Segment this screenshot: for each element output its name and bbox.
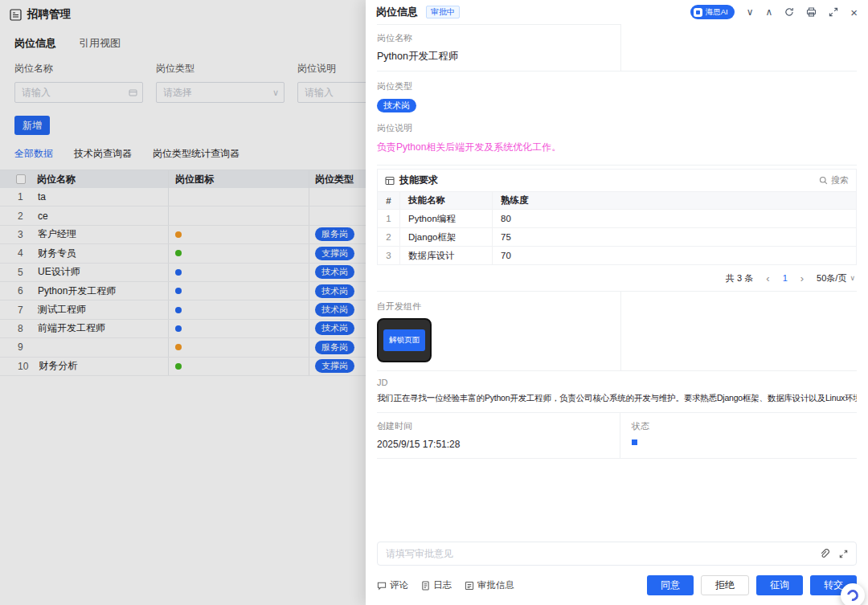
approval-action-button[interactable]: 拒绝 [701, 575, 749, 595]
table-grid-icon [385, 176, 395, 186]
skill-name: 数据库设计 [400, 247, 493, 264]
skill-level: 80 [493, 214, 856, 223]
skills-header-row: # 技能名称 熟练度 [378, 191, 856, 209]
skills-header: 技能要求 搜索 [378, 170, 856, 191]
approval-info-link[interactable]: 审批信息 [465, 579, 514, 591]
field-jd: JD 我们正在寻找一位经验丰富的Python开发工程师，负责公司核心系统的开发与… [377, 371, 857, 413]
drawer-body: 岗位名称 Python开发工程师 岗位类型 技术岗 岗位说明 负责Python相… [366, 24, 868, 542]
comment-bubble-icon [377, 581, 387, 591]
skill-row[interactable]: 2 Django框架 75 [378, 227, 856, 246]
field-created-time: 创建时间 2025/9/15 17:51:28 [377, 413, 620, 458]
ai-logo-icon [694, 8, 702, 17]
current-page[interactable]: 1 [783, 273, 788, 283]
skills-title: 技能要求 [399, 174, 438, 187]
fullscreen-icon[interactable] [829, 7, 838, 17]
skill-index: 3 [378, 247, 400, 264]
drawer-toolbar: 海思AI ∨ ∧ × [690, 5, 858, 19]
approval-actions: 同意拒绝征询转交 [647, 575, 857, 595]
approval-comment-input[interactable] [386, 548, 809, 559]
position-detail-drawer: 岗位信息 审批中 海思AI ∨ ∧ × [366, 0, 868, 605]
prev-page-button[interactable]: ‹ [766, 272, 769, 284]
skill-index: 1 [378, 210, 400, 227]
expand-input-icon[interactable] [839, 550, 848, 558]
skills-pagination: 共 3 条 ‹ 1 › 50条/页 ∨ [377, 265, 857, 292]
drawer-footer: 评论 日志 审批信息 同意拒绝征询转交 [366, 570, 868, 605]
drawer-header: 岗位信息 审批中 海思AI ∨ ∧ × [366, 0, 868, 24]
page-size-select[interactable]: 50条/页 ∨ [817, 272, 855, 284]
status-badge: 审批中 [426, 6, 460, 18]
chevron-down-icon: ∨ [850, 274, 855, 282]
attachment-icon[interactable] [819, 549, 829, 559]
close-icon[interactable]: × [850, 6, 858, 18]
field-label: 岗位说明 [377, 122, 857, 134]
approval-comment-box[interactable] [377, 542, 857, 566]
field-position-desc: 岗位说明 负责Python相关后端开发及系统优化工作。 [377, 121, 857, 166]
comments-link[interactable]: 评论 [377, 579, 408, 591]
field-value: 我们正在寻找一位经验丰富的Python开发工程师，负责公司核心系统的开发与维护。… [377, 393, 857, 404]
field-label: 状态 [632, 420, 649, 432]
skill-level: 70 [493, 251, 856, 260]
skills-search[interactable]: 搜索 [819, 174, 849, 186]
col-skill-name: 技能名称 [400, 192, 493, 209]
footer-links: 评论 日志 审批信息 [377, 579, 514, 591]
field-label: JD [377, 378, 857, 387]
skill-name: Django框架 [400, 228, 493, 246]
field-custom-component: 自开发组件 解锁页面 [377, 292, 857, 371]
skills-card: 技能要求 搜索 # 技能名称 熟练度 [377, 169, 857, 265]
skills-table: # 技能名称 熟练度 1 Python编程 80 [378, 191, 856, 264]
position-type-badge: 技术岗 [377, 99, 416, 112]
page-size-value: 50条/页 [817, 272, 846, 284]
skill-level: 75 [493, 232, 856, 242]
print-icon[interactable] [806, 7, 817, 17]
log-document-icon [421, 581, 430, 591]
chevron-down-icon[interactable]: ∨ [747, 7, 754, 17]
assistant-logo-icon [845, 587, 860, 603]
refresh-icon[interactable] [784, 7, 794, 17]
status-indicator [632, 439, 637, 445]
field-value: 2025/9/15 17:51:28 [377, 439, 620, 450]
field-position-name: 岗位名称 Python开发工程师 [377, 24, 857, 72]
skills-body: 1 Python编程 80 2 Django框架 75 [378, 209, 856, 264]
pagination-total: 共 3 条 [726, 272, 753, 284]
approval-list-icon [465, 581, 474, 591]
logs-label: 日志 [433, 579, 452, 591]
field-value: 负责Python相关后端开发及系统优化工作。 [377, 141, 857, 154]
field-label: 岗位类型 [377, 80, 857, 92]
skill-name: Python编程 [400, 210, 493, 227]
skill-row[interactable]: 3 数据库设计 70 [378, 246, 856, 264]
field-status: 状态 [620, 413, 649, 458]
field-label: 自开发组件 [377, 300, 857, 313]
next-page-button[interactable]: › [800, 272, 804, 284]
field-label: 创建时间 [377, 420, 620, 432]
search-label: 搜索 [831, 174, 849, 186]
chevron-up-icon[interactable]: ∧ [765, 7, 772, 17]
skill-index: 2 [378, 228, 400, 246]
approval-action-button[interactable]: 同意 [647, 575, 694, 595]
drawer-backdrop[interactable] [0, 0, 366, 605]
approval-action-button[interactable]: 征询 [756, 575, 803, 595]
col-index: # [378, 192, 400, 209]
unlock-page-button[interactable]: 解锁页面 [383, 329, 425, 351]
approval-info-label: 审批信息 [477, 579, 514, 591]
field-label: 岗位名称 [377, 32, 857, 44]
screen: 招聘管理 岗位信息引用视图 岗位名称 岗位类型 ∨ [0, 0, 868, 605]
field-position-type: 岗位类型 技术岗 [377, 72, 857, 121]
logs-link[interactable]: 日志 [421, 579, 452, 591]
custom-component-box: 解锁页面 [377, 318, 432, 362]
drawer-title: 岗位信息 [376, 5, 418, 19]
meta-row: 创建时间 2025/9/15 17:51:28 状态 [377, 413, 857, 459]
ai-button-label: 海思AI [706, 7, 728, 18]
assistant-floating-button[interactable] [841, 583, 865, 605]
search-icon [819, 176, 828, 185]
col-skill-level: 熟练度 [493, 194, 856, 206]
ai-assistant-button[interactable]: 海思AI [690, 5, 735, 19]
comments-label: 评论 [390, 579, 408, 591]
skill-row[interactable]: 1 Python编程 80 [378, 209, 856, 227]
field-value: Python开发工程师 [377, 50, 857, 63]
